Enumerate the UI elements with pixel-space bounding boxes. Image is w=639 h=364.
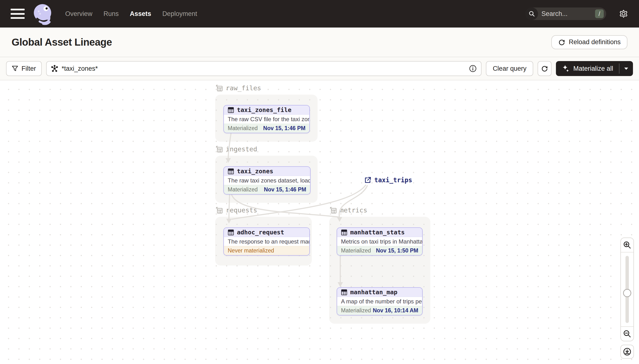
zoom-slider-handle[interactable] xyxy=(623,289,631,297)
asset-description: The response to an request made in th... xyxy=(224,237,309,246)
menu-icon[interactable] xyxy=(11,9,25,19)
refresh-icon xyxy=(541,65,548,72)
clear-query-button[interactable]: Clear query xyxy=(486,61,533,76)
asset-node-taxi-zones-file[interactable]: taxi_zones_file The raw CSV file for the… xyxy=(223,105,310,133)
nav-item-assets[interactable]: Assets xyxy=(130,10,151,18)
status-label: Materialized xyxy=(341,307,371,314)
asset-description: The raw CSV file for the taxi zones dat.… xyxy=(224,115,309,124)
status-label: Never materialized xyxy=(228,248,274,254)
download-icon xyxy=(623,347,631,356)
materialize-all-split-button: Materialize all xyxy=(556,61,633,76)
table-icon xyxy=(341,229,347,236)
search-placeholder: Search... xyxy=(541,10,595,18)
group-tables-icon xyxy=(216,84,223,92)
asset-description: A map of the number of trips per taxi z.… xyxy=(337,297,422,306)
table-icon xyxy=(228,107,234,113)
external-asset-taxi-trips[interactable]: taxi_trips xyxy=(364,176,412,184)
group-tables-icon xyxy=(216,206,223,214)
status-label: Materialized xyxy=(341,248,371,254)
top-nav: Overview Runs Assets Deployment Search..… xyxy=(0,0,639,28)
reload-definitions-button[interactable]: Reload definitions xyxy=(551,35,627,49)
nav-links: Overview Runs Assets Deployment xyxy=(65,10,197,18)
group-label-raw-files[interactable]: raw_files xyxy=(216,84,261,92)
status-timestamp[interactable]: Nov 15, 1:50 PM xyxy=(376,248,418,254)
materialize-options-caret[interactable] xyxy=(619,61,633,76)
info-icon[interactable] xyxy=(469,65,477,72)
asset-name: taxi_zones_file xyxy=(237,106,291,114)
chevron-down-icon xyxy=(624,67,628,70)
asset-name: manhattan_stats xyxy=(350,229,405,236)
asset-status-row: Materialized Nov 15, 1:50 PM xyxy=(337,246,422,255)
group-tables-icon xyxy=(216,146,223,153)
graph-selector-icon xyxy=(51,65,58,72)
group-label-requests[interactable]: requests xyxy=(216,206,257,214)
group-label-metrics[interactable]: metrics xyxy=(330,206,367,214)
table-icon xyxy=(228,168,234,174)
clear-query-label: Clear query xyxy=(493,65,526,72)
refresh-graph-button[interactable] xyxy=(537,61,551,76)
asset-name: manhattan_map xyxy=(350,289,397,296)
zoom-in-button[interactable] xyxy=(621,238,633,252)
page-header: Global Asset Lineage Reload definitions xyxy=(0,28,639,57)
search-input[interactable]: Search... / xyxy=(525,8,606,20)
lineage-toolbar: Filter *taxi_zones* Clear query Mater xyxy=(0,57,639,80)
asset-node-taxi-zones[interactable]: taxi_zones The raw taxi zones dataset, l… xyxy=(223,166,311,194)
zoom-out-icon xyxy=(623,330,631,338)
status-label: Materialized xyxy=(228,186,258,193)
group-tables-icon xyxy=(330,206,337,214)
zoom-in-icon xyxy=(623,241,631,249)
nav-item-deployment[interactable]: Deployment xyxy=(162,10,197,18)
zoom-out-button[interactable] xyxy=(621,326,633,341)
lineage-canvas[interactable]: raw_files ingested requests metrics xyxy=(0,80,639,364)
zoom-controls xyxy=(620,238,634,341)
settings-gear-icon[interactable] xyxy=(619,9,628,18)
external-link-icon xyxy=(364,176,371,184)
filter-funnel-icon xyxy=(12,66,18,72)
asset-selection-input[interactable]: *taxi_zones* xyxy=(46,61,481,76)
group-label-ingested[interactable]: ingested xyxy=(216,145,257,153)
refresh-icon xyxy=(558,38,565,46)
asset-status-row: Materialized Nov 15, 1:46 PM xyxy=(224,124,309,133)
materialize-all-button[interactable]: Materialize all xyxy=(556,61,619,76)
asset-node-manhattan-stats[interactable]: manhattan_stats Metrics on taxi trips in… xyxy=(337,228,423,256)
asset-node-manhattan-map[interactable]: manhattan_map A map of the number of tri… xyxy=(337,287,423,316)
status-timestamp[interactable]: Nov 15, 1:46 PM xyxy=(263,125,305,132)
page-title: Global Asset Lineage xyxy=(12,36,112,48)
search-shortcut-badge: / xyxy=(595,10,604,18)
download-graph-button[interactable] xyxy=(620,345,634,359)
nav-item-runs[interactable]: Runs xyxy=(104,10,119,18)
asset-status-row: Materialized Nov 15, 1:46 PM xyxy=(224,185,310,194)
table-icon xyxy=(341,289,347,296)
lineage-edges xyxy=(0,80,639,364)
status-label: Materialized xyxy=(228,125,258,132)
filter-button[interactable]: Filter xyxy=(6,61,42,76)
reload-definitions-label: Reload definitions xyxy=(569,38,621,46)
asset-selection-value: *taxi_zones* xyxy=(62,65,466,72)
search-icon xyxy=(525,8,538,20)
asset-status-row: Never materialized xyxy=(224,246,309,255)
filter-label: Filter xyxy=(22,65,36,72)
status-timestamp[interactable]: Nov 15, 1:46 PM xyxy=(264,186,306,193)
asset-status-row: Materialized Nov 16, 10:14 AM xyxy=(337,306,422,315)
table-icon xyxy=(228,229,234,236)
sparkle-icon xyxy=(562,64,570,73)
nav-item-overview[interactable]: Overview xyxy=(65,10,93,18)
asset-description: Metrics on taxi trips in Manhattan xyxy=(337,237,422,246)
asset-description: The raw taxi zones dataset, loaded int..… xyxy=(224,176,310,185)
materialize-all-label: Materialize all xyxy=(573,65,613,72)
asset-node-adhoc-request[interactable]: adhoc_request The response to an request… xyxy=(223,228,310,256)
status-timestamp[interactable]: Nov 16, 10:14 AM xyxy=(373,307,418,314)
asset-name: adhoc_request xyxy=(237,229,284,236)
dagster-logo-icon[interactable] xyxy=(32,2,53,25)
asset-name: taxi_zones xyxy=(237,168,273,175)
